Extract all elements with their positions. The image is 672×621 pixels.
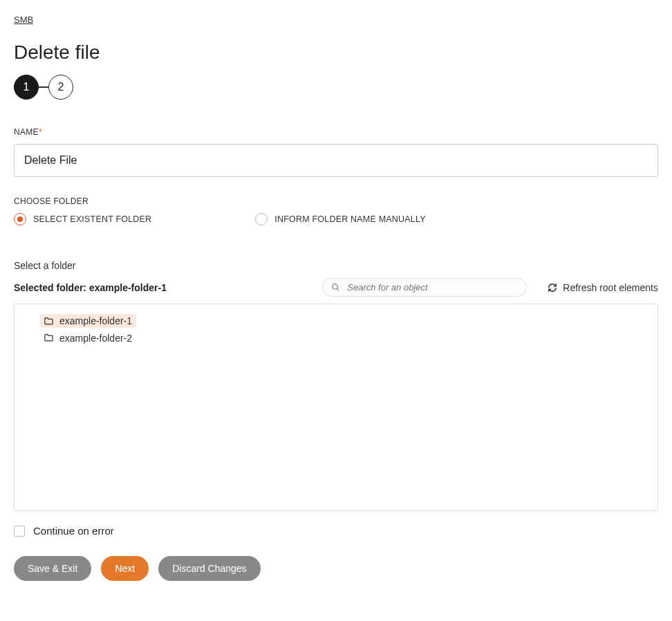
breadcrumb-smb[interactable]: SMB xyxy=(14,15,33,25)
svg-point-0 xyxy=(333,284,338,290)
folder-icon xyxy=(44,333,54,343)
tree-item-label: example-folder-1 xyxy=(59,315,132,326)
required-marker: * xyxy=(39,127,42,137)
radio-label-manual: INFORM FOLDER NAME MANUALLY xyxy=(274,214,425,224)
search-input[interactable] xyxy=(347,282,518,293)
name-input[interactable] xyxy=(14,144,658,177)
selected-folder-prefix: Selected folder: xyxy=(14,282,89,293)
page-title: Delete file xyxy=(14,41,658,64)
folder-icon xyxy=(44,316,54,326)
wizard-stepper: 1 2 xyxy=(14,75,658,100)
refresh-root-elements[interactable]: Refresh root elements xyxy=(548,282,658,293)
step-2[interactable]: 2 xyxy=(48,75,73,100)
radio-dot-icon xyxy=(255,213,268,225)
choose-folder-label: CHOOSE FOLDER xyxy=(14,196,658,206)
tree-item-label: example-folder-2 xyxy=(59,333,132,344)
radio-inform-manually[interactable]: INFORM FOLDER NAME MANUALLY xyxy=(255,213,425,225)
name-label: NAME* xyxy=(14,127,658,137)
svg-line-1 xyxy=(337,288,339,290)
checkbox-icon xyxy=(14,526,25,537)
continue-on-error-label: Continue on error xyxy=(33,525,114,537)
refresh-label: Refresh root elements xyxy=(563,282,658,293)
search-icon xyxy=(331,283,340,292)
folder-tree-panel: example-folder-1 example-folder-2 xyxy=(14,304,658,511)
tree-item[interactable]: example-folder-1 xyxy=(39,314,136,328)
discard-changes-button[interactable]: Discard Changes xyxy=(158,556,260,581)
selected-folder-value: example-folder-1 xyxy=(89,282,167,293)
select-folder-heading: Select a folder xyxy=(14,260,658,271)
save-and-exit-button[interactable]: Save & Exit xyxy=(14,556,91,581)
radio-select-existent[interactable]: SELECT EXISTENT FOLDER xyxy=(14,213,151,225)
step-1[interactable]: 1 xyxy=(14,75,39,100)
refresh-icon xyxy=(548,283,557,293)
selected-folder-display: Selected folder: example-folder-1 xyxy=(14,282,167,293)
radio-label-existent: SELECT EXISTENT FOLDER xyxy=(33,214,151,224)
name-label-text: NAME xyxy=(14,127,39,137)
search-box[interactable] xyxy=(322,278,527,297)
tree-item[interactable]: example-folder-2 xyxy=(39,331,136,345)
next-button[interactable]: Next xyxy=(101,556,149,581)
continue-on-error-checkbox[interactable]: Continue on error xyxy=(14,525,658,537)
radio-dot-icon xyxy=(14,213,26,225)
step-connector xyxy=(39,86,48,88)
